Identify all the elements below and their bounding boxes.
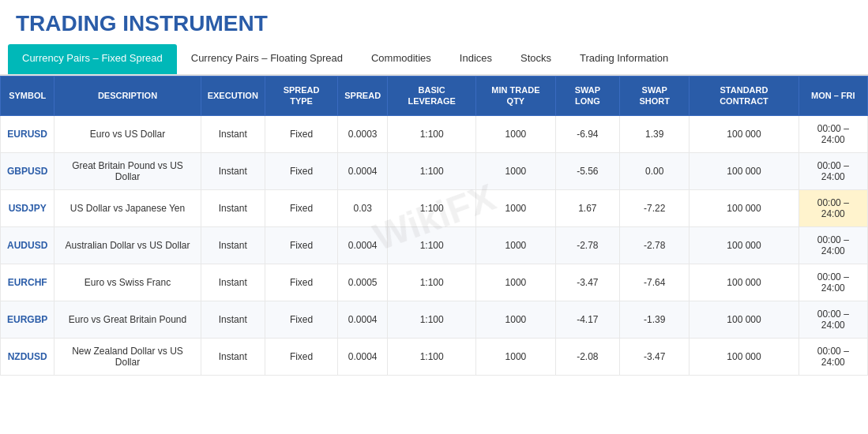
- cell-execution: Instant: [201, 152, 265, 189]
- table-row: GBPUSDGreat Britain Pound vs US DollarIn…: [1, 152, 868, 189]
- cell-swap_short: 1.39: [620, 115, 690, 152]
- cell-spread: 0.03: [338, 189, 388, 226]
- tab-commodities[interactable]: Commodities: [357, 44, 445, 74]
- cell-mon_fri: 00:00 – 24:00: [798, 264, 867, 301]
- cell-spread_type: Fixed: [265, 226, 337, 264]
- tab-trading-info[interactable]: Trading Information: [566, 44, 682, 74]
- cell-swap_short: -1.39: [620, 301, 690, 338]
- table-row: AUDUSDAustralian Dollar vs US DollarInst…: [1, 226, 868, 264]
- cell-execution: Instant: [201, 115, 265, 152]
- cell-min_trade_qty: 1000: [476, 115, 555, 152]
- table-header: SYMBOL DESCRIPTION EXECUTION SPREAD TYPE…: [1, 77, 868, 116]
- page-title: TRADING INSTRUMENT: [0, 0, 868, 44]
- tab-indices[interactable]: Indices: [445, 44, 506, 74]
- cell-mon_fri: 00:00 – 24:00: [798, 115, 867, 152]
- cell-description: Euro vs Swiss Franc: [54, 264, 201, 301]
- cell-symbol: USDJPY: [1, 189, 54, 226]
- cell-spread_type: Fixed: [265, 264, 337, 301]
- cell-mon_fri: 00:00 – 24:00: [798, 226, 867, 264]
- cell-standard_contract: 100 000: [690, 189, 798, 226]
- cell-spread_type: Fixed: [265, 301, 337, 338]
- cell-basic_leverage: 1:100: [388, 189, 476, 226]
- col-mon-fri: MON – FRI: [798, 77, 867, 116]
- cell-description: Great Britain Pound vs US Dollar: [54, 152, 201, 189]
- cell-swap_long: -3.47: [555, 264, 620, 301]
- cell-basic_leverage: 1:100: [388, 226, 476, 264]
- instruments-table: SYMBOL DESCRIPTION EXECUTION SPREAD TYPE…: [0, 76, 868, 376]
- data-table-container: SYMBOL DESCRIPTION EXECUTION SPREAD TYPE…: [0, 76, 868, 376]
- cell-symbol: EURCHF: [1, 264, 54, 301]
- cell-description: New Zealand Dollar vs US Dollar: [54, 338, 201, 375]
- col-standard-contract: STANDARD CONTRACT: [690, 77, 798, 116]
- cell-spread: 0.0004: [338, 152, 388, 189]
- cell-spread: 0.0003: [338, 115, 388, 152]
- cell-execution: Instant: [201, 226, 265, 264]
- col-basic-leverage: BASIC LEVERAGE: [388, 77, 476, 116]
- cell-mon_fri: 00:00 – 24:00: [798, 338, 867, 375]
- cell-standard_contract: 100 000: [690, 152, 798, 189]
- table-row: EURCHFEuro vs Swiss FrancInstantFixed0.0…: [1, 264, 868, 301]
- col-symbol: SYMBOL: [1, 77, 54, 116]
- cell-spread: 0.0004: [338, 338, 388, 375]
- cell-execution: Instant: [201, 338, 265, 375]
- cell-spread: 0.0004: [338, 301, 388, 338]
- cell-mon_fri: 00:00 – 24:00: [798, 152, 867, 189]
- cell-description: Australian Dollar vs US Dollar: [54, 226, 201, 264]
- cell-symbol: EURUSD: [1, 115, 54, 152]
- cell-spread_type: Fixed: [265, 189, 337, 226]
- cell-symbol: GBPUSD: [1, 152, 54, 189]
- tab-fixed-spread[interactable]: Currency Pairs – Fixed Spread: [8, 44, 177, 74]
- cell-swap_short: -2.78: [620, 226, 690, 264]
- cell-symbol: NZDUSD: [1, 338, 54, 375]
- col-execution: EXECUTION: [201, 77, 265, 116]
- cell-spread_type: Fixed: [265, 152, 337, 189]
- col-min-trade-qty: MIN TRADE QTY: [476, 77, 555, 116]
- table-row: EURUSDEuro vs US DollarInstantFixed0.000…: [1, 115, 868, 152]
- cell-swap_long: -5.56: [555, 152, 620, 189]
- cell-min_trade_qty: 1000: [476, 301, 555, 338]
- cell-basic_leverage: 1:100: [388, 301, 476, 338]
- cell-min_trade_qty: 1000: [476, 226, 555, 264]
- cell-symbol: AUDUSD: [1, 226, 54, 264]
- cell-symbol: EURGBP: [1, 301, 54, 338]
- cell-swap_short: 0.00: [620, 152, 690, 189]
- cell-min_trade_qty: 1000: [476, 338, 555, 375]
- cell-execution: Instant: [201, 264, 265, 301]
- cell-description: Euro vs Great Britain Pound: [54, 301, 201, 338]
- cell-mon_fri: 00:00 – 24:00: [798, 189, 867, 226]
- cell-spread_type: Fixed: [265, 115, 337, 152]
- table-row: USDJPYUS Dollar vs Japanese YenInstantFi…: [1, 189, 868, 226]
- cell-swap_long: 1.67: [555, 189, 620, 226]
- table-row: NZDUSDNew Zealand Dollar vs US DollarIns…: [1, 338, 868, 375]
- cell-basic_leverage: 1:100: [388, 338, 476, 375]
- col-description: DESCRIPTION: [54, 77, 201, 116]
- cell-spread_type: Fixed: [265, 338, 337, 375]
- cell-swap_short: -3.47: [620, 338, 690, 375]
- table-row: EURGBPEuro vs Great Britain PoundInstant…: [1, 301, 868, 338]
- cell-min_trade_qty: 1000: [476, 189, 555, 226]
- cell-min_trade_qty: 1000: [476, 264, 555, 301]
- cell-swap_short: -7.22: [620, 189, 690, 226]
- cell-standard_contract: 100 000: [690, 338, 798, 375]
- col-spread: SPREAD: [338, 77, 388, 116]
- cell-execution: Instant: [201, 189, 265, 226]
- tab-stocks[interactable]: Stocks: [506, 44, 566, 74]
- cell-spread: 0.0005: [338, 264, 388, 301]
- cell-description: US Dollar vs Japanese Yen: [54, 189, 201, 226]
- cell-min_trade_qty: 1000: [476, 152, 555, 189]
- cell-standard_contract: 100 000: [690, 301, 798, 338]
- cell-standard_contract: 100 000: [690, 115, 798, 152]
- cell-swap_short: -7.64: [620, 264, 690, 301]
- cell-swap_long: -2.08: [555, 338, 620, 375]
- col-swap-short: SWAP SHORT: [620, 77, 690, 116]
- cell-execution: Instant: [201, 301, 265, 338]
- tab-floating-spread[interactable]: Currency Pairs – Floating Spread: [177, 44, 357, 74]
- cell-spread: 0.0004: [338, 226, 388, 264]
- cell-basic_leverage: 1:100: [388, 152, 476, 189]
- col-spread-type: SPREAD TYPE: [265, 77, 337, 116]
- cell-swap_long: -6.94: [555, 115, 620, 152]
- tabs-bar: Currency Pairs – Fixed Spread Currency P…: [0, 44, 868, 76]
- col-swap-long: SWAP LONG: [555, 77, 620, 116]
- cell-swap_long: -4.17: [555, 301, 620, 338]
- cell-swap_long: -2.78: [555, 226, 620, 264]
